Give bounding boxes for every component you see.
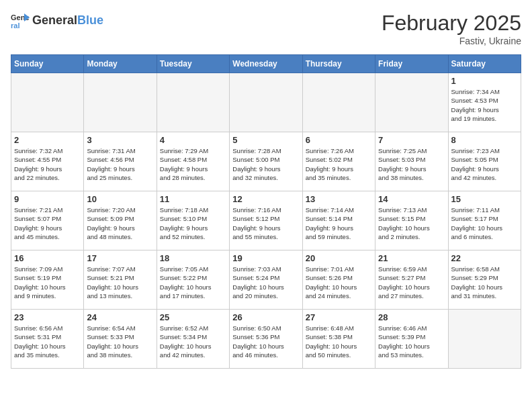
- calendar-cell: 16Sunrise: 7:09 AM Sunset: 5:19 PM Dayli…: [11, 250, 84, 310]
- calendar-cell: 24Sunrise: 6:54 AM Sunset: 5:33 PM Dayli…: [84, 310, 157, 369]
- day-number: 19: [232, 253, 299, 263]
- day-header-wednesday: Wednesday: [230, 55, 302, 73]
- day-number: 16: [14, 253, 81, 263]
- calendar-week-3: 9Sunrise: 7:21 AM Sunset: 5:07 PM Daylig…: [11, 191, 521, 250]
- day-number: 13: [306, 194, 372, 204]
- day-info: Sunrise: 6:46 AM Sunset: 5:39 PM Dayligh…: [378, 324, 445, 359]
- day-header-saturday: Saturday: [448, 55, 521, 73]
- day-number: 18: [160, 253, 226, 263]
- day-info: Sunrise: 7:23 AM Sunset: 5:05 PM Dayligh…: [451, 146, 518, 182]
- day-number: 22: [451, 253, 518, 263]
- day-number: 27: [306, 312, 372, 322]
- day-info: Sunrise: 6:54 AM Sunset: 5:33 PM Dayligh…: [87, 324, 153, 359]
- day-number: 5: [232, 135, 299, 145]
- day-info: Sunrise: 6:48 AM Sunset: 5:38 PM Dayligh…: [306, 324, 372, 359]
- day-number: 7: [378, 135, 445, 145]
- calendar-cell: 23Sunrise: 6:56 AM Sunset: 5:31 PM Dayli…: [11, 310, 84, 369]
- day-header-tuesday: Tuesday: [157, 55, 229, 73]
- calendar-cell: 10Sunrise: 7:20 AM Sunset: 5:09 PM Dayli…: [84, 191, 157, 250]
- day-header-thursday: Thursday: [302, 55, 375, 73]
- day-number: 1: [451, 76, 518, 86]
- calendar-cell: 14Sunrise: 7:13 AM Sunset: 5:15 PM Dayli…: [375, 191, 448, 250]
- calendar-week-4: 16Sunrise: 7:09 AM Sunset: 5:19 PM Dayli…: [11, 250, 521, 310]
- calendar-cell: 12Sunrise: 7:16 AM Sunset: 5:12 PM Dayli…: [230, 191, 302, 250]
- calendar-week-5: 23Sunrise: 6:56 AM Sunset: 5:31 PM Dayli…: [11, 310, 521, 369]
- calendar-cell: [157, 73, 229, 132]
- day-number: 2: [14, 135, 81, 145]
- calendar-cell: 2Sunrise: 7:32 AM Sunset: 4:55 PM Daylig…: [11, 132, 84, 191]
- calendar-cell: 18Sunrise: 7:05 AM Sunset: 5:22 PM Dayli…: [157, 250, 229, 310]
- day-number: 28: [378, 312, 445, 322]
- calendar-cell: 13Sunrise: 7:14 AM Sunset: 5:14 PM Dayli…: [302, 191, 375, 250]
- day-info: Sunrise: 7:26 AM Sunset: 5:02 PM Dayligh…: [306, 146, 372, 182]
- day-number: 8: [451, 135, 518, 145]
- calendar-cell: 7Sunrise: 7:25 AM Sunset: 5:03 PM Daylig…: [375, 132, 448, 191]
- calendar-cell: 21Sunrise: 6:59 AM Sunset: 5:27 PM Dayli…: [375, 250, 448, 310]
- calendar-week-1: 1Sunrise: 7:34 AM Sunset: 4:53 PM Daylig…: [11, 73, 521, 132]
- calendar-cell: [448, 310, 521, 369]
- svg-text:ral: ral: [11, 21, 19, 30]
- day-info: Sunrise: 7:20 AM Sunset: 5:09 PM Dayligh…: [87, 205, 153, 241]
- day-number: 15: [451, 194, 518, 204]
- logo-icon: Gene ral: [11, 11, 30, 30]
- calendar-cell: [375, 73, 448, 132]
- day-info: Sunrise: 7:34 AM Sunset: 4:53 PM Dayligh…: [451, 87, 518, 123]
- logo-blue-text: Blue: [77, 13, 103, 27]
- calendar-cell: 11Sunrise: 7:18 AM Sunset: 5:10 PM Dayli…: [157, 191, 229, 250]
- calendar-cell: 17Sunrise: 7:07 AM Sunset: 5:21 PM Dayli…: [84, 250, 157, 310]
- day-info: Sunrise: 7:03 AM Sunset: 5:24 PM Dayligh…: [232, 265, 299, 300]
- calendar-cell: [230, 73, 302, 132]
- day-info: Sunrise: 7:25 AM Sunset: 5:03 PM Dayligh…: [378, 146, 445, 182]
- day-info: Sunrise: 7:31 AM Sunset: 4:56 PM Dayligh…: [87, 146, 153, 182]
- calendar-cell: 9Sunrise: 7:21 AM Sunset: 5:07 PM Daylig…: [11, 191, 84, 250]
- calendar-cell: 19Sunrise: 7:03 AM Sunset: 5:24 PM Dayli…: [230, 250, 302, 310]
- day-number: 21: [378, 253, 445, 263]
- day-info: Sunrise: 6:56 AM Sunset: 5:31 PM Dayligh…: [14, 324, 81, 359]
- day-number: 11: [160, 194, 226, 204]
- day-info: Sunrise: 7:05 AM Sunset: 5:22 PM Dayligh…: [160, 265, 226, 300]
- day-number: 20: [306, 253, 372, 263]
- day-number: 4: [160, 135, 226, 145]
- day-header-sunday: Sunday: [11, 55, 84, 73]
- calendar-cell: 20Sunrise: 7:01 AM Sunset: 5:26 PM Dayli…: [302, 250, 375, 310]
- day-info: Sunrise: 7:16 AM Sunset: 5:12 PM Dayligh…: [232, 205, 299, 241]
- day-number: 25: [160, 312, 226, 322]
- day-info: Sunrise: 7:01 AM Sunset: 5:26 PM Dayligh…: [306, 265, 372, 300]
- day-info: Sunrise: 7:07 AM Sunset: 5:21 PM Dayligh…: [87, 265, 153, 300]
- day-number: 3: [87, 135, 153, 145]
- page-header: Gene ral GeneralBlue February 2025 Fasti…: [11, 11, 521, 46]
- calendar-cell: 25Sunrise: 6:52 AM Sunset: 5:34 PM Dayli…: [157, 310, 229, 369]
- day-number: 12: [232, 194, 299, 204]
- calendar-subtitle: Fastiv, Ukraine: [382, 36, 521, 46]
- day-number: 26: [232, 312, 299, 322]
- title-block: February 2025 Fastiv, Ukraine: [382, 11, 521, 46]
- calendar-cell: [11, 73, 84, 132]
- day-number: 9: [14, 194, 81, 204]
- calendar-cell: 22Sunrise: 6:58 AM Sunset: 5:29 PM Dayli…: [448, 250, 521, 310]
- day-number: 6: [306, 135, 372, 145]
- day-info: Sunrise: 6:52 AM Sunset: 5:34 PM Dayligh…: [160, 324, 226, 359]
- day-info: Sunrise: 6:50 AM Sunset: 5:36 PM Dayligh…: [232, 324, 299, 359]
- logo: Gene ral GeneralBlue: [11, 11, 103, 30]
- day-info: Sunrise: 7:14 AM Sunset: 5:14 PM Dayligh…: [306, 205, 372, 241]
- calendar-cell: 1Sunrise: 7:34 AM Sunset: 4:53 PM Daylig…: [448, 73, 521, 132]
- calendar-table: SundayMondayTuesdayWednesdayThursdayFrid…: [11, 54, 521, 369]
- day-info: Sunrise: 7:13 AM Sunset: 5:15 PM Dayligh…: [378, 205, 445, 241]
- day-info: Sunrise: 7:09 AM Sunset: 5:19 PM Dayligh…: [14, 265, 81, 300]
- day-number: 10: [87, 194, 153, 204]
- logo-general-text: General: [32, 13, 77, 27]
- day-header-friday: Friday: [375, 55, 448, 73]
- calendar-cell: 28Sunrise: 6:46 AM Sunset: 5:39 PM Dayli…: [375, 310, 448, 369]
- day-number: 14: [378, 194, 445, 204]
- calendar-cell: 27Sunrise: 6:48 AM Sunset: 5:38 PM Dayli…: [302, 310, 375, 369]
- day-info: Sunrise: 7:32 AM Sunset: 4:55 PM Dayligh…: [14, 146, 81, 182]
- day-info: Sunrise: 7:29 AM Sunset: 4:58 PM Dayligh…: [160, 146, 226, 182]
- day-info: Sunrise: 7:18 AM Sunset: 5:10 PM Dayligh…: [160, 205, 226, 241]
- calendar-cell: 5Sunrise: 7:28 AM Sunset: 5:00 PM Daylig…: [230, 132, 302, 191]
- calendar-cell: 15Sunrise: 7:11 AM Sunset: 5:17 PM Dayli…: [448, 191, 521, 250]
- calendar-header-row: SundayMondayTuesdayWednesdayThursdayFrid…: [11, 55, 521, 73]
- calendar-cell: 8Sunrise: 7:23 AM Sunset: 5:05 PM Daylig…: [448, 132, 521, 191]
- day-number: 24: [87, 312, 153, 322]
- day-number: 23: [14, 312, 81, 322]
- calendar-cell: 4Sunrise: 7:29 AM Sunset: 4:58 PM Daylig…: [157, 132, 229, 191]
